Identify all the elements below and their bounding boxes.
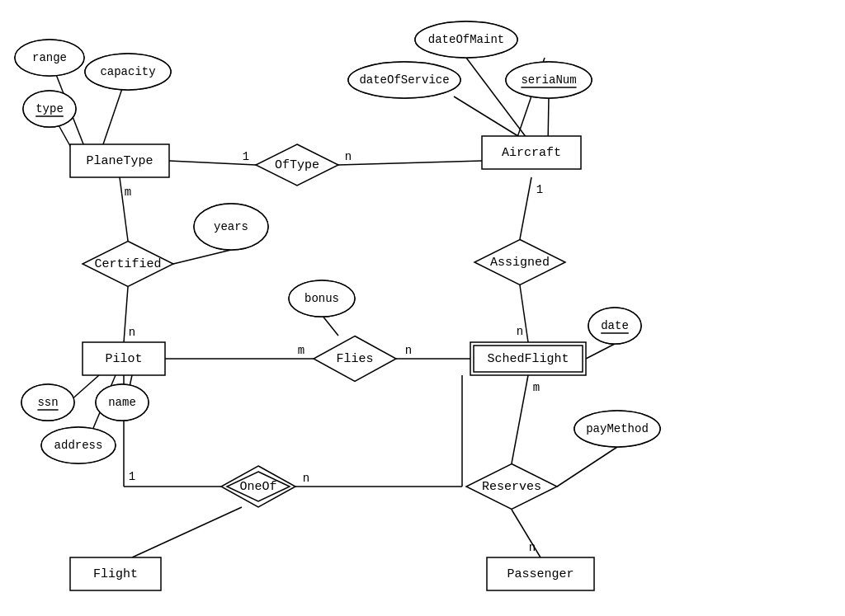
er-diagram-canvas bbox=[0, 0, 845, 616]
